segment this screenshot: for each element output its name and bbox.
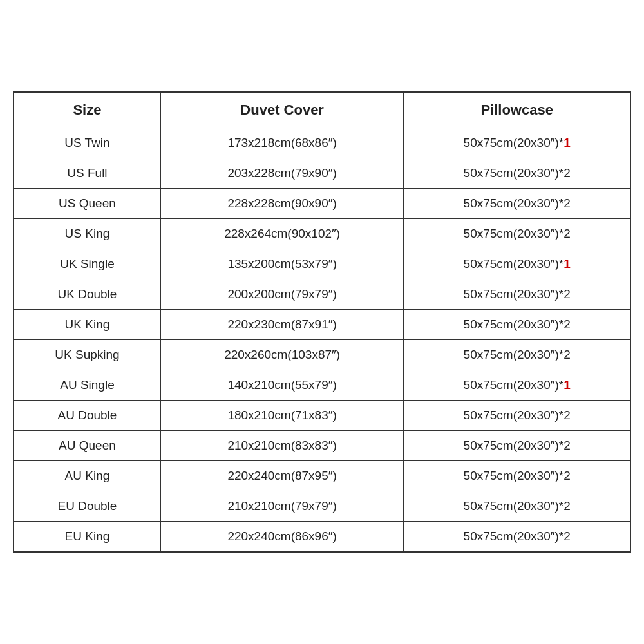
cell-size: UK Single <box>14 249 161 279</box>
cell-size: AU Double <box>14 401 161 431</box>
table-row: UK Double200x200cm(79x79″)50x75cm(20x30″… <box>14 279 630 310</box>
cell-pillowcase: 50x75cm(20x30″)*1 <box>404 128 630 158</box>
pillowcase-base-text: 50x75cm(20x30″)* <box>464 439 564 452</box>
pillowcase-count: 1 <box>564 136 571 149</box>
cell-duvet: 210x210cm(79x79″) <box>160 491 403 522</box>
pillowcase-count: 2 <box>564 499 571 513</box>
table-row: US King228x264cm(90x102″)50x75cm(20x30″)… <box>14 219 630 249</box>
pillowcase-base-text: 50x75cm(20x30″)* <box>464 408 564 422</box>
cell-size: EU King <box>14 522 161 552</box>
pillowcase-count: 2 <box>564 469 571 482</box>
cell-duvet: 228x264cm(90x102″) <box>160 219 403 249</box>
cell-duvet: 220x230cm(87x91″) <box>160 310 403 340</box>
cell-duvet: 210x210cm(83x83″) <box>160 431 403 461</box>
cell-size: EU Double <box>14 491 161 522</box>
table-row: UK King220x230cm(87x91″)50x75cm(20x30″)*… <box>14 310 630 340</box>
pillowcase-base-text: 50x75cm(20x30″)* <box>464 317 564 331</box>
cell-size: US Queen <box>14 189 161 219</box>
cell-duvet: 220x240cm(86x96″) <box>160 522 403 552</box>
cell-size: UK King <box>14 310 161 340</box>
table-row: AU Queen210x210cm(83x83″)50x75cm(20x30″)… <box>14 431 630 461</box>
cell-pillowcase: 50x75cm(20x30″)*2 <box>404 219 630 249</box>
header-pillowcase: Pillowcase <box>404 93 630 128</box>
cell-size: UK Supking <box>14 340 161 370</box>
pillowcase-count: 1 <box>564 257 571 270</box>
pillowcase-count: 2 <box>564 348 571 361</box>
cell-duvet: 135x200cm(53x79″) <box>160 249 403 279</box>
pillowcase-base-text: 50x75cm(20x30″)* <box>464 136 564 149</box>
table-row: EU Double210x210cm(79x79″)50x75cm(20x30″… <box>14 491 630 522</box>
cell-size: AU Single <box>14 370 161 401</box>
header-duvet-cover: Duvet Cover <box>160 93 403 128</box>
pillowcase-count: 2 <box>564 196 571 210</box>
pillowcase-base-text: 50x75cm(20x30″)* <box>464 529 564 543</box>
cell-duvet: 220x260cm(103x87″) <box>160 340 403 370</box>
cell-pillowcase: 50x75cm(20x30″)*2 <box>404 189 630 219</box>
cell-pillowcase: 50x75cm(20x30″)*1 <box>404 249 630 279</box>
cell-duvet: 173x218cm(68x86″) <box>160 128 403 158</box>
pillowcase-count: 2 <box>564 408 571 422</box>
table-row: UK Single135x200cm(53x79″)50x75cm(20x30″… <box>14 249 630 279</box>
pillowcase-count: 1 <box>564 378 571 392</box>
table-row: US Full203x228cm(79x90″)50x75cm(20x30″)*… <box>14 158 630 189</box>
cell-size: US Twin <box>14 128 161 158</box>
table-header-row: Size Duvet Cover Pillowcase <box>14 93 630 128</box>
table-row: US Twin173x218cm(68x86″)50x75cm(20x30″)*… <box>14 128 630 158</box>
cell-pillowcase: 50x75cm(20x30″)*2 <box>404 310 630 340</box>
pillowcase-count: 2 <box>564 439 571 452</box>
pillowcase-count: 2 <box>564 317 571 331</box>
table-row: AU Single140x210cm(55x79″)50x75cm(20x30″… <box>14 370 630 401</box>
pillowcase-base-text: 50x75cm(20x30″)* <box>464 166 564 180</box>
pillowcase-base-text: 50x75cm(20x30″)* <box>464 499 564 513</box>
cell-duvet: 228x228cm(90x90″) <box>160 189 403 219</box>
table-row: AU Double180x210cm(71x83″)50x75cm(20x30″… <box>14 401 630 431</box>
pillowcase-base-text: 50x75cm(20x30″)* <box>464 196 564 210</box>
pillowcase-count: 2 <box>564 529 571 543</box>
size-chart-container: Size Duvet Cover Pillowcase US Twin173x2… <box>13 91 631 553</box>
pillowcase-base-text: 50x75cm(20x30″)* <box>464 378 564 392</box>
cell-pillowcase: 50x75cm(20x30″)*2 <box>404 340 630 370</box>
cell-duvet: 200x200cm(79x79″) <box>160 279 403 310</box>
table-row: AU King220x240cm(87x95″)50x75cm(20x30″)*… <box>14 461 630 491</box>
cell-size: AU King <box>14 461 161 491</box>
cell-pillowcase: 50x75cm(20x30″)*2 <box>404 461 630 491</box>
cell-size: UK Double <box>14 279 161 310</box>
cell-pillowcase: 50x75cm(20x30″)*2 <box>404 522 630 552</box>
cell-size: US King <box>14 219 161 249</box>
cell-pillowcase: 50x75cm(20x30″)*2 <box>404 491 630 522</box>
cell-pillowcase: 50x75cm(20x30″)*2 <box>404 158 630 189</box>
cell-size: US Full <box>14 158 161 189</box>
cell-pillowcase: 50x75cm(20x30″)*2 <box>404 279 630 310</box>
pillowcase-count: 2 <box>564 287 571 301</box>
table-row: UK Supking220x260cm(103x87″)50x75cm(20x3… <box>14 340 630 370</box>
table-row: US Queen228x228cm(90x90″)50x75cm(20x30″)… <box>14 189 630 219</box>
pillowcase-base-text: 50x75cm(20x30″)* <box>464 469 564 482</box>
header-size: Size <box>14 93 161 128</box>
cell-pillowcase: 50x75cm(20x30″)*1 <box>404 370 630 401</box>
size-chart-table: Size Duvet Cover Pillowcase US Twin173x2… <box>14 92 630 552</box>
pillowcase-base-text: 50x75cm(20x30″)* <box>464 348 564 361</box>
cell-duvet: 180x210cm(71x83″) <box>160 401 403 431</box>
cell-size: AU Queen <box>14 431 161 461</box>
cell-duvet: 220x240cm(87x95″) <box>160 461 403 491</box>
cell-pillowcase: 50x75cm(20x30″)*2 <box>404 401 630 431</box>
pillowcase-base-text: 50x75cm(20x30″)* <box>464 227 564 240</box>
cell-pillowcase: 50x75cm(20x30″)*2 <box>404 431 630 461</box>
pillowcase-count: 2 <box>564 166 571 180</box>
pillowcase-count: 2 <box>564 227 571 240</box>
cell-duvet: 140x210cm(55x79″) <box>160 370 403 401</box>
pillowcase-base-text: 50x75cm(20x30″)* <box>464 287 564 301</box>
table-row: EU King220x240cm(86x96″)50x75cm(20x30″)*… <box>14 522 630 552</box>
cell-duvet: 203x228cm(79x90″) <box>160 158 403 189</box>
pillowcase-base-text: 50x75cm(20x30″)* <box>464 257 564 270</box>
